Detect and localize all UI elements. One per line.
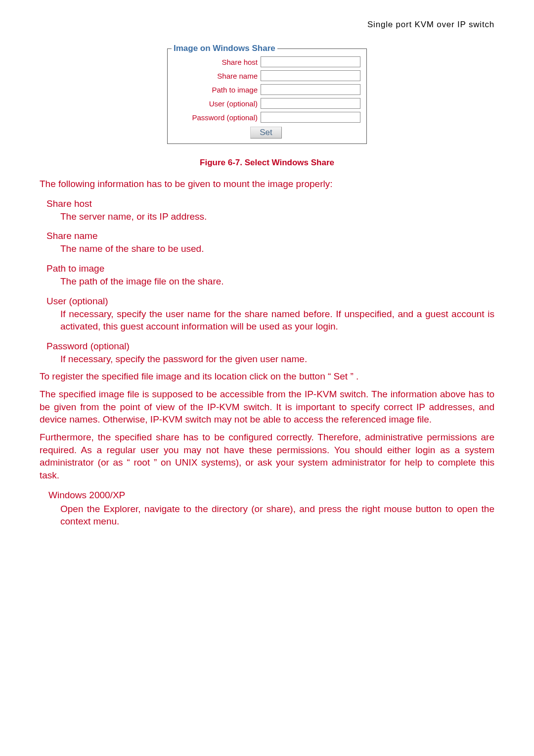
label-path-to-image: Path to image xyxy=(172,86,261,94)
input-user-optional[interactable] xyxy=(261,98,360,109)
figure-caption: Figure 6-7. Select Windows Share xyxy=(40,158,494,168)
label-share-name: Share name xyxy=(172,72,261,80)
input-path-to-image[interactable] xyxy=(261,84,360,95)
set-text: To register the specified file image and… xyxy=(40,370,494,383)
row-path-to-image: Path to image xyxy=(172,84,360,95)
def-term-share-name: Share name xyxy=(46,231,494,241)
label-user-optional: User (optional) xyxy=(172,99,261,108)
label-share-host: Share host xyxy=(172,58,261,66)
row-password-optional: Password (optional) xyxy=(172,112,360,123)
def-term-path-to-image: Path to image xyxy=(46,263,494,274)
row-share-host: Share host xyxy=(172,56,360,67)
def-desc-share-name: The name of the share to be used. xyxy=(60,242,494,255)
input-share-host[interactable] xyxy=(261,56,360,67)
fieldset-legend: Image on Windows Share xyxy=(172,44,277,53)
page: Single port KVM over IP switch Image on … xyxy=(0,0,534,561)
set-button-row: Set xyxy=(172,127,360,139)
def-term-user-optional: User (optional) xyxy=(46,296,494,307)
intro-text: The following information has to be give… xyxy=(40,178,494,190)
row-share-name: Share name xyxy=(172,70,360,81)
input-password-optional[interactable] xyxy=(261,112,360,123)
input-share-name[interactable] xyxy=(261,70,360,81)
def-desc-share-host: The server name, or its IP address. xyxy=(60,210,494,223)
row-user-optional: User (optional) xyxy=(172,98,360,109)
windows-desc: Open the Explorer, navigate to the direc… xyxy=(60,503,494,528)
def-term-share-host: Share host xyxy=(46,198,494,209)
page-header-title: Single port KVM over IP switch xyxy=(40,20,494,30)
def-term-password-optional: Password (optional) xyxy=(46,341,494,352)
paragraph-2: Furthermore, the specified share has to … xyxy=(40,431,494,482)
label-password-optional: Password (optional) xyxy=(172,113,261,122)
windows-share-fieldset: Image on Windows Share Share host Share … xyxy=(167,44,367,144)
set-button[interactable]: Set xyxy=(250,127,282,139)
def-desc-user-optional: If necessary, specify the user name for … xyxy=(60,308,494,333)
paragraph-1: The specified image file is supposed to … xyxy=(40,388,494,426)
def-desc-password-optional: If necessary, specify the password for t… xyxy=(60,353,494,366)
def-desc-path-to-image: The path of the image file on the share. xyxy=(60,275,494,288)
windows-term: Windows 2000/XP xyxy=(48,490,494,501)
